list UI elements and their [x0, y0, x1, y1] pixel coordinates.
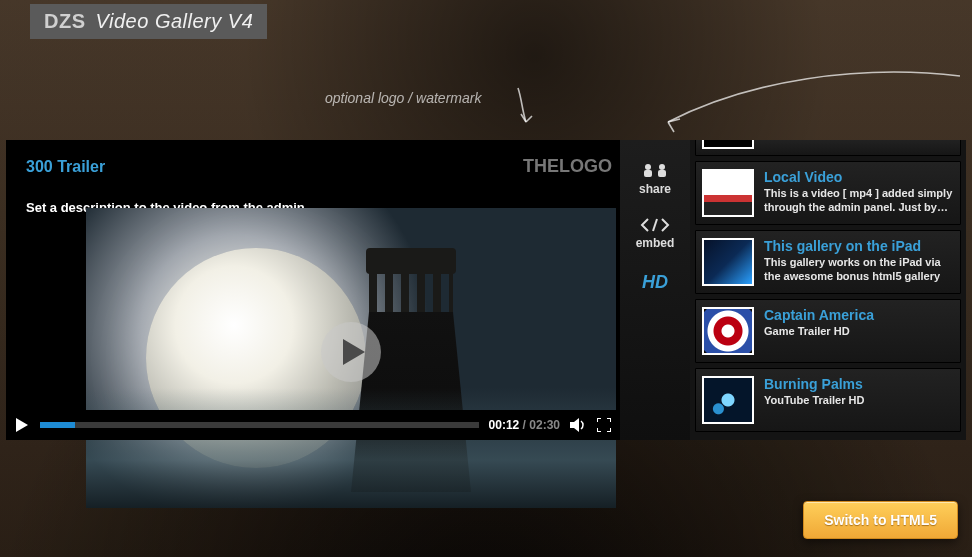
item-title: Captain America: [764, 307, 954, 323]
share-icon: [642, 162, 668, 178]
list-item[interactable]: This gallery on the iPad This gallery wo…: [695, 230, 961, 294]
video-art-mist: [86, 388, 616, 508]
embed-label: embed: [636, 236, 675, 250]
embed-icon: [640, 218, 670, 232]
item-desc: Game Trailer HD: [764, 325, 954, 339]
hd-toggle[interactable]: HD: [642, 272, 668, 293]
switch-to-html5-button[interactable]: Switch to HTML5: [803, 501, 958, 539]
item-desc: This gallery works on the iPad via the a…: [764, 256, 954, 284]
list-item[interactable]: Captain America Game Trailer HD: [695, 299, 961, 363]
svg-marker-0: [343, 339, 365, 365]
item-title: This gallery on the iPad: [764, 238, 954, 254]
svg-rect-4: [658, 170, 666, 177]
item-desc: YouTube Trailer HD: [764, 394, 954, 408]
fullscreen-button[interactable]: [596, 417, 612, 433]
list-item[interactable]: [695, 140, 961, 156]
volume-button[interactable]: [570, 417, 586, 433]
thumbnail: [702, 376, 754, 424]
player-column: 300 Trailer Set a description to the vid…: [6, 140, 690, 440]
video-gallery: 300 Trailer Set a description to the vid…: [6, 140, 966, 440]
logo-watermark: THELOGO: [521, 156, 614, 177]
time-sep: /: [519, 418, 529, 432]
annotation-arrows: [500, 70, 970, 140]
svg-marker-7: [570, 418, 579, 432]
play-button[interactable]: [321, 322, 381, 382]
svg-point-3: [659, 164, 665, 170]
play-icon: [16, 418, 28, 432]
control-bar: 00:12 / 02:30: [6, 410, 620, 440]
watermark-annotation: optional logo / watermark: [325, 90, 481, 106]
video-title: 300 Trailer: [26, 158, 105, 176]
action-rail: share embed HD: [620, 140, 690, 440]
play-pause-button[interactable]: [14, 417, 30, 433]
svg-rect-2: [644, 170, 652, 177]
item-desc: This is a video [ mp4 ] added simply thr…: [764, 187, 954, 215]
seek-bar[interactable]: [40, 422, 479, 428]
svg-point-1: [645, 164, 651, 170]
list-item[interactable]: Burning Palms YouTube Trailer HD: [695, 368, 961, 432]
play-icon: [343, 339, 365, 365]
video-frame: [86, 208, 616, 508]
thumbnail: [702, 140, 754, 149]
svg-marker-6: [16, 418, 28, 432]
time-current: 00:12: [489, 418, 520, 432]
thumbnail: [702, 169, 754, 217]
volume-icon: [570, 418, 586, 432]
time-duration: 02:30: [529, 418, 560, 432]
share-button[interactable]: share: [639, 162, 671, 196]
item-title: Burning Palms: [764, 376, 954, 392]
brand-text: DZS: [44, 10, 86, 32]
share-label: share: [639, 182, 671, 196]
thumbnail: [702, 307, 754, 355]
app-title-tab: DZS Video Gallery V4: [30, 4, 267, 39]
item-title: Local Video: [764, 169, 954, 185]
thumbnail: [702, 238, 754, 286]
time-display: 00:12 / 02:30: [489, 418, 560, 432]
embed-button[interactable]: embed: [636, 218, 675, 250]
product-name: Video Gallery V4: [96, 10, 254, 32]
seek-fill: [40, 422, 75, 428]
playlist[interactable]: Local Video This is a video [ mp4 ] adde…: [690, 140, 966, 440]
video-viewport[interactable]: [86, 178, 616, 538]
svg-line-5: [653, 219, 657, 231]
list-item[interactable]: Local Video This is a video [ mp4 ] adde…: [695, 161, 961, 225]
fullscreen-icon: [597, 418, 611, 432]
